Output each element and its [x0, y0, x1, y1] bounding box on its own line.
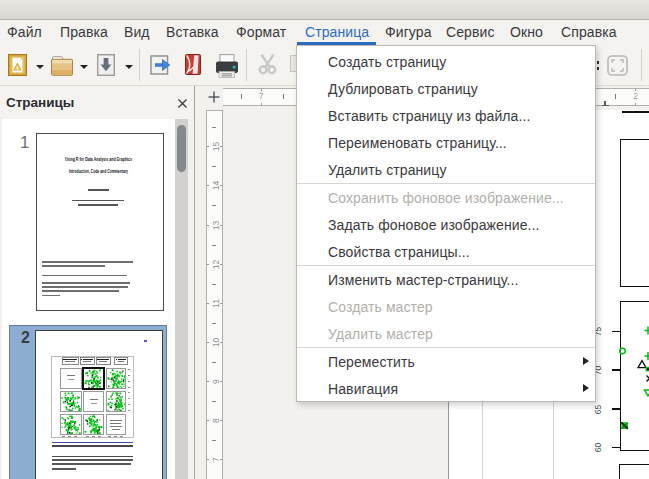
svg-text:Using R for Data Analysis and: Using R for Data Analysis and Graphics — [65, 156, 132, 162]
svg-text:Introduction, Code and Comment: Introduction, Code and Commentary — [69, 168, 128, 174]
